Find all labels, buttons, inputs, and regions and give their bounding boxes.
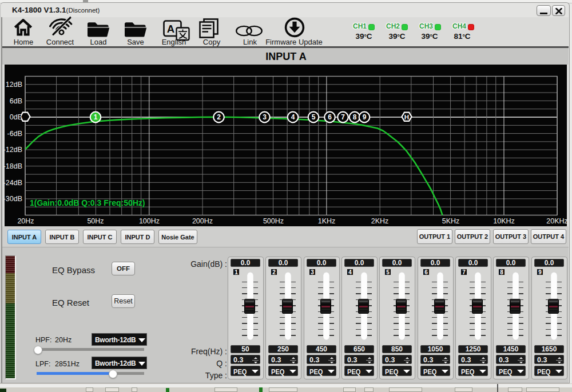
svg-text:1KHz: 1KHz (318, 217, 336, 225)
svg-text:-24dB: -24dB (3, 179, 22, 187)
svg-text:20Hz: 20Hz (17, 217, 34, 225)
svg-text:-18dB: -18dB (3, 162, 22, 170)
svg-text:10KHz: 10KHz (493, 217, 515, 225)
svg-text:A: A (167, 23, 174, 35)
svg-text:8: 8 (353, 113, 357, 121)
svg-text:50Hz: 50Hz (87, 217, 104, 225)
svg-text:2KHz: 2KHz (371, 217, 389, 225)
svg-text:9: 9 (363, 113, 367, 121)
svg-text:-12dB: -12dB (3, 146, 22, 154)
svg-text:6: 6 (328, 113, 332, 121)
svg-text:5KHz: 5KHz (442, 217, 460, 225)
svg-text:5: 5 (312, 113, 316, 121)
svg-text:6dB: 6dB (10, 97, 22, 105)
svg-text:H: H (404, 114, 409, 121)
svg-text:200Hz: 200Hz (192, 217, 213, 225)
svg-text:4: 4 (291, 113, 295, 121)
svg-text:3: 3 (263, 113, 267, 121)
svg-text:-6dB: -6dB (7, 130, 22, 138)
svg-text:2: 2 (217, 113, 221, 121)
svg-text:1(Gain:0.0dB Q:0.3 Freq:50Hz): 1(Gain:0.0dB Q:0.3 Freq:50Hz) (30, 198, 145, 207)
svg-text:500Hz: 500Hz (263, 217, 284, 225)
svg-text:20KHz: 20KHz (546, 217, 568, 225)
svg-text:-30dB: -30dB (3, 195, 22, 203)
svg-text:7: 7 (341, 113, 345, 121)
svg-text:12dB: 12dB (6, 81, 22, 89)
svg-text:1: 1 (94, 113, 98, 121)
svg-text:0dB: 0dB (10, 113, 22, 121)
svg-text:100Hz: 100Hz (139, 217, 160, 225)
